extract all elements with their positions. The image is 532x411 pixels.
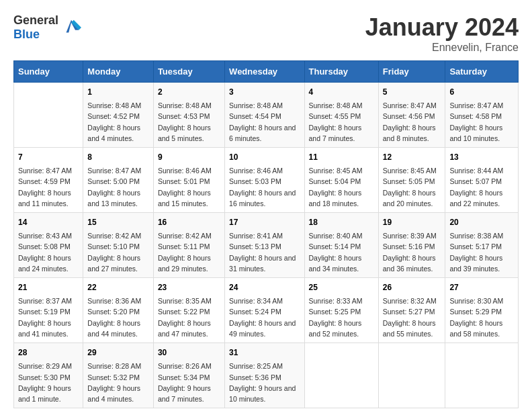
calendar-cell: 21Sunrise: 8:37 AMSunset: 5:19 PMDayligh… bbox=[14, 278, 83, 343]
day-info: Sunrise: 8:33 AMSunset: 5:25 PMDaylight:… bbox=[309, 295, 374, 339]
calendar-cell: 16Sunrise: 8:42 AMSunset: 5:11 PMDayligh… bbox=[153, 213, 224, 278]
calendar-cell: 6Sunrise: 8:47 AMSunset: 4:58 PMDaylight… bbox=[445, 83, 519, 148]
day-info: Sunrise: 8:35 AMSunset: 5:22 PMDaylight:… bbox=[158, 295, 220, 339]
day-info: Sunrise: 8:46 AMSunset: 5:03 PMDaylight:… bbox=[229, 165, 300, 209]
day-info: Sunrise: 8:28 AMSunset: 5:32 PMDaylight:… bbox=[87, 361, 149, 404]
day-info: Sunrise: 8:48 AMSunset: 4:53 PMDaylight:… bbox=[158, 100, 220, 144]
day-number: 14 bbox=[18, 216, 79, 228]
calendar-cell: 22Sunrise: 8:36 AMSunset: 5:20 PMDayligh… bbox=[83, 278, 154, 343]
day-info: Sunrise: 8:32 AMSunset: 5:27 PMDaylight:… bbox=[383, 295, 441, 339]
day-number: 27 bbox=[449, 281, 514, 293]
day-number: 25 bbox=[309, 281, 374, 293]
logo-icon bbox=[61, 17, 81, 38]
day-info: Sunrise: 8:34 AMSunset: 5:24 PMDaylight:… bbox=[229, 295, 300, 339]
calendar-cell: 14Sunrise: 8:43 AMSunset: 5:08 PMDayligh… bbox=[14, 213, 83, 278]
day-number: 23 bbox=[158, 281, 220, 293]
day-info: Sunrise: 8:41 AMSunset: 5:13 PMDaylight:… bbox=[229, 230, 300, 274]
day-number: 3 bbox=[229, 86, 300, 98]
calendar-cell: 15Sunrise: 8:42 AMSunset: 5:10 PMDayligh… bbox=[83, 213, 154, 278]
logo-blue: Blue bbox=[13, 28, 40, 41]
day-number: 29 bbox=[87, 347, 149, 359]
calendar-cell bbox=[445, 343, 519, 408]
calendar-table: SundayMondayTuesdayWednesdayThursdayFrid… bbox=[13, 60, 519, 408]
calendar-cell: 25Sunrise: 8:33 AMSunset: 5:25 PMDayligh… bbox=[304, 278, 378, 343]
weekday-header-tuesday: Tuesday bbox=[153, 61, 224, 83]
calendar-cell: 19Sunrise: 8:39 AMSunset: 5:16 PMDayligh… bbox=[378, 213, 445, 278]
day-info: Sunrise: 8:48 AMSunset: 4:55 PMDaylight:… bbox=[309, 100, 374, 144]
day-info: Sunrise: 8:44 AMSunset: 5:07 PMDaylight:… bbox=[449, 165, 514, 209]
calendar-cell: 31Sunrise: 8:25 AMSunset: 5:36 PMDayligh… bbox=[225, 343, 304, 408]
day-info: Sunrise: 8:42 AMSunset: 5:11 PMDaylight:… bbox=[158, 230, 220, 274]
day-info: Sunrise: 8:47 AMSunset: 4:58 PMDaylight:… bbox=[449, 100, 514, 144]
calendar-cell: 17Sunrise: 8:41 AMSunset: 5:13 PMDayligh… bbox=[225, 213, 304, 278]
calendar-cell: 26Sunrise: 8:32 AMSunset: 5:27 PMDayligh… bbox=[378, 278, 445, 343]
day-info: Sunrise: 8:25 AMSunset: 5:36 PMDaylight:… bbox=[229, 361, 300, 404]
month-title: January 2024 bbox=[365, 13, 519, 42]
weekday-header-monday: Monday bbox=[83, 61, 154, 83]
calendar-cell: 9Sunrise: 8:46 AMSunset: 5:01 PMDaylight… bbox=[153, 148, 224, 213]
calendar-cell: 8Sunrise: 8:47 AMSunset: 5:00 PMDaylight… bbox=[83, 148, 154, 213]
day-number: 22 bbox=[87, 281, 149, 293]
logo-text: General Blue bbox=[13, 13, 81, 42]
day-info: Sunrise: 8:29 AMSunset: 5:30 PMDaylight:… bbox=[18, 361, 79, 404]
day-info: Sunrise: 8:47 AMSunset: 4:59 PMDaylight:… bbox=[18, 165, 79, 209]
day-info: Sunrise: 8:47 AMSunset: 5:00 PMDaylight:… bbox=[87, 165, 149, 209]
calendar-cell: 7Sunrise: 8:47 AMSunset: 4:59 PMDaylight… bbox=[14, 148, 83, 213]
day-number: 11 bbox=[309, 151, 374, 163]
day-number: 2 bbox=[158, 86, 220, 98]
day-info: Sunrise: 8:39 AMSunset: 5:16 PMDaylight:… bbox=[383, 230, 441, 274]
day-info: Sunrise: 8:30 AMSunset: 5:29 PMDaylight:… bbox=[449, 295, 514, 339]
day-info: Sunrise: 8:48 AMSunset: 4:54 PMDaylight:… bbox=[229, 100, 300, 144]
calendar-cell: 28Sunrise: 8:29 AMSunset: 5:30 PMDayligh… bbox=[14, 343, 83, 408]
calendar-cell: 10Sunrise: 8:46 AMSunset: 5:03 PMDayligh… bbox=[225, 148, 304, 213]
weekday-header-row: SundayMondayTuesdayWednesdayThursdayFrid… bbox=[14, 61, 519, 83]
day-info: Sunrise: 8:26 AMSunset: 5:34 PMDaylight:… bbox=[158, 361, 220, 404]
day-number: 21 bbox=[18, 281, 79, 293]
calendar-cell bbox=[378, 343, 445, 408]
calendar-cell: 24Sunrise: 8:34 AMSunset: 5:24 PMDayligh… bbox=[225, 278, 304, 343]
calendar-cell bbox=[14, 83, 83, 148]
day-number: 4 bbox=[309, 86, 374, 98]
location: Ennevelin, France bbox=[365, 42, 519, 54]
day-info: Sunrise: 8:47 AMSunset: 4:56 PMDaylight:… bbox=[383, 100, 441, 144]
weekday-header-sunday: Sunday bbox=[14, 61, 83, 83]
week-row-1: 1Sunrise: 8:48 AMSunset: 4:52 PMDaylight… bbox=[14, 83, 519, 148]
calendar-cell: 4Sunrise: 8:48 AMSunset: 4:55 PMDaylight… bbox=[304, 83, 378, 148]
day-number: 7 bbox=[18, 151, 79, 163]
weekday-header-saturday: Saturday bbox=[445, 61, 519, 83]
calendar-cell: 23Sunrise: 8:35 AMSunset: 5:22 PMDayligh… bbox=[153, 278, 224, 343]
day-number: 20 bbox=[449, 216, 514, 228]
weekday-header-wednesday: Wednesday bbox=[225, 61, 304, 83]
calendar-cell: 3Sunrise: 8:48 AMSunset: 4:54 PMDaylight… bbox=[225, 83, 304, 148]
day-number: 24 bbox=[229, 281, 300, 293]
day-info: Sunrise: 8:43 AMSunset: 5:08 PMDaylight:… bbox=[18, 230, 79, 274]
day-number: 18 bbox=[309, 216, 374, 228]
calendar-cell: 13Sunrise: 8:44 AMSunset: 5:07 PMDayligh… bbox=[445, 148, 519, 213]
day-number: 15 bbox=[87, 216, 149, 228]
calendar-cell: 20Sunrise: 8:38 AMSunset: 5:17 PMDayligh… bbox=[445, 213, 519, 278]
week-row-5: 28Sunrise: 8:29 AMSunset: 5:30 PMDayligh… bbox=[14, 343, 519, 408]
calendar-cell: 1Sunrise: 8:48 AMSunset: 4:52 PMDaylight… bbox=[83, 83, 154, 148]
week-row-2: 7Sunrise: 8:47 AMSunset: 4:59 PMDaylight… bbox=[14, 148, 519, 213]
day-number: 10 bbox=[229, 151, 300, 163]
week-row-4: 21Sunrise: 8:37 AMSunset: 5:19 PMDayligh… bbox=[14, 278, 519, 343]
calendar-cell bbox=[304, 343, 378, 408]
weekday-header-thursday: Thursday bbox=[304, 61, 378, 83]
weekday-header-friday: Friday bbox=[378, 61, 445, 83]
day-number: 1 bbox=[87, 86, 149, 98]
page-header: General Blue January 2024 Ennevelin, Fra… bbox=[13, 13, 519, 54]
day-number: 19 bbox=[383, 216, 441, 228]
calendar-cell: 30Sunrise: 8:26 AMSunset: 5:34 PMDayligh… bbox=[153, 343, 224, 408]
day-number: 5 bbox=[383, 86, 441, 98]
day-info: Sunrise: 8:48 AMSunset: 4:52 PMDaylight:… bbox=[87, 100, 149, 144]
logo: General Blue bbox=[13, 13, 81, 42]
day-info: Sunrise: 8:40 AMSunset: 5:14 PMDaylight:… bbox=[309, 230, 374, 274]
calendar-cell: 5Sunrise: 8:47 AMSunset: 4:56 PMDaylight… bbox=[378, 83, 445, 148]
day-info: Sunrise: 8:42 AMSunset: 5:10 PMDaylight:… bbox=[87, 230, 149, 274]
day-number: 28 bbox=[18, 347, 79, 359]
calendar-cell: 18Sunrise: 8:40 AMSunset: 5:14 PMDayligh… bbox=[304, 213, 378, 278]
calendar-cell: 29Sunrise: 8:28 AMSunset: 5:32 PMDayligh… bbox=[83, 343, 154, 408]
calendar-cell: 2Sunrise: 8:48 AMSunset: 4:53 PMDaylight… bbox=[153, 83, 224, 148]
calendar-cell: 12Sunrise: 8:45 AMSunset: 5:05 PMDayligh… bbox=[378, 148, 445, 213]
day-number: 17 bbox=[229, 216, 300, 228]
